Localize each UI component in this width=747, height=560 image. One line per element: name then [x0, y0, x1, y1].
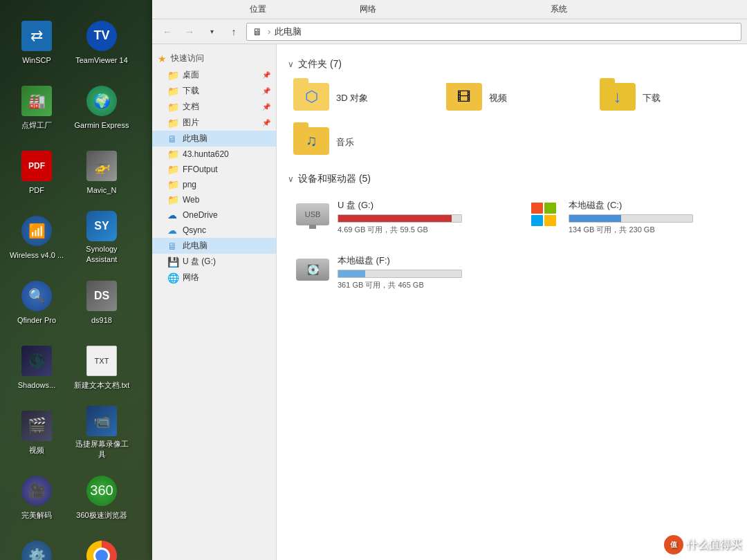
factory-label: 点焊工厂 — [21, 120, 52, 130]
garmin-icon-item[interactable]: 🌍 Garmin Express — [71, 76, 133, 138]
folder-item-3d[interactable]: ⬡ 3D 对象 — [288, 79, 430, 118]
col-header-system: 系统 — [545, 3, 737, 15]
sidebar-item-desktop[interactable]: 📁 桌面 📌 — [152, 67, 276, 83]
ds918-icon-item[interactable]: DS ds918 — [71, 271, 133, 333]
shadow-icon: 🌑 — [21, 346, 52, 376]
sidebar-item-png[interactable]: 📁 png — [152, 177, 276, 192]
folder-3d-icon: ⬡ — [293, 83, 329, 113]
up-button[interactable]: ↑ — [224, 22, 243, 41]
computer-icon: 🖥 — [252, 26, 264, 37]
qfinder-label: Qfinder Pro — [17, 315, 56, 325]
sidebar-item-hunta620[interactable]: 📁 43.hunta620 — [152, 147, 276, 162]
sidebar-item-onedrive[interactable]: ☁ OneDrive — [152, 207, 276, 223]
pin-icon: 📌 — [262, 103, 270, 111]
sidebar-item-thispc[interactable]: 🖥 此电脑 — [152, 131, 276, 147]
sidebar-item-thispc2[interactable]: 🖥 此电脑 — [152, 238, 276, 254]
drive-item-usb-g[interactable]: USB U 盘 (G:) 4.69 GB 可用，共 59.5 GB — [288, 194, 505, 241]
sidebar-item-usb[interactable]: 💾 U 盘 (G:) — [152, 254, 276, 270]
browser360-icon-item[interactable]: 360 360极速浏览器 — [71, 466, 133, 528]
qfinder-icon-item[interactable]: 🔍 Qfinder Pro — [6, 271, 68, 333]
shadow-icon-item[interactable]: 🌑 Shadows... — [6, 336, 68, 398]
folder-icon: 📁 — [167, 149, 178, 160]
sidebar-item-documents[interactable]: 📁 文档 📌 — [152, 99, 276, 115]
sidebar-web-label: Web — [183, 195, 199, 205]
quick-access-section: ★ 快速访问 📁 桌面 📌 📁 下载 📌 📁 — [152, 50, 276, 286]
sidebar-thispc-label: 此电脑 — [183, 133, 208, 144]
content-area: ∨ 文件夹 (7) ⬡ 3D 对象 — [277, 44, 747, 560]
decode-icon: 🎥 — [21, 476, 52, 506]
winscp-icon-item[interactable]: ⇄ WinSCP — [6, 11, 68, 73]
toolbar: ← → ▾ ↑ 🖥 › 此电脑 — [152, 19, 747, 44]
usb-g-stats: 4.69 GB 可用，共 59.5 GB — [338, 225, 498, 235]
qfinder-icon: 🔍 — [21, 281, 52, 311]
folder-icon: 📁 — [167, 102, 178, 113]
usb-g-info: U 盘 (G:) 4.69 GB 可用，共 59.5 GB — [338, 199, 498, 235]
sidebar-thispc2-label: 此电脑 — [183, 240, 208, 252]
factory-icon-item[interactable]: 🏭 点焊工厂 — [6, 76, 68, 138]
address-separator: › — [268, 26, 270, 37]
recorder-icon-item[interactable]: 📹 迅捷屏幕录像工具 — [71, 401, 133, 463]
folder-3d-label: 3D 对象 — [336, 92, 368, 104]
computer-icon-sm2: 🖥 — [167, 241, 178, 252]
garmin-icon: 🌍 — [86, 86, 117, 116]
drive-item-local-f[interactable]: 💽 本地磁盘 (F:) 361 GB 可用，共 465 GB — [288, 249, 505, 296]
icon-grid: ⇄ WinSCP TV TeamViewer 14 🏭 点焊工厂 🌍 — [0, 6, 156, 560]
decode-icon-item[interactable]: 🎥 完美解码 — [6, 466, 68, 528]
hdd-container: 💽 — [295, 254, 331, 285]
quick-access-header[interactable]: ★ 快速访问 — [152, 50, 276, 67]
winscp-icon: ⇄ — [21, 21, 52, 51]
address-bar[interactable]: 🖥 › 此电脑 — [246, 23, 741, 41]
watermark: 值 什么值得买 — [664, 535, 741, 554]
synology-icon: SY — [86, 211, 117, 241]
folder-item-music[interactable]: ♫ 音乐 — [288, 123, 430, 162]
sidebar-usb-label: U 盘 (G:) — [183, 256, 216, 268]
sidebar-item-ffoutput[interactable]: 📁 FFOutput — [152, 162, 276, 177]
local-c-name: 本地磁盘 (C:) — [569, 199, 729, 212]
hdd-icon: 💽 — [296, 259, 329, 281]
wireless-label: Wireless v4.0 ... — [10, 250, 64, 260]
sidebar-qsync-label: Qsync — [183, 225, 206, 235]
mavic-icon-item[interactable]: 🚁 Mavic_N — [71, 141, 133, 203]
sidebar-item-qsync[interactable]: ☁ Qsync — [152, 223, 276, 238]
browser360-icon: 360 — [86, 476, 117, 506]
sidebar-item-downloads[interactable]: 📁 下载 📌 — [152, 83, 276, 99]
folder-dl-icon: ↓ — [600, 83, 636, 113]
drive-item-local-c[interactable]: 本地磁盘 (C:) 134 GB 可用，共 230 GB — [519, 194, 736, 241]
win-tile-yellow — [544, 215, 556, 226]
folder-icon: 📁 — [167, 70, 178, 81]
chevron-icon[interactable]: ∨ — [288, 59, 294, 69]
ds918-icon: DS — [86, 281, 117, 311]
browser360-label: 360极速浏览器 — [76, 510, 127, 520]
decodesettings-icon-item[interactable]: ⚙️ 完美解码设置器 — [6, 531, 68, 560]
txtfile-icon: TXT — [86, 346, 117, 376]
ds918-label: ds918 — [91, 315, 112, 325]
pdf-icon-item[interactable]: PDF PDF — [6, 141, 68, 203]
wireless-icon-item[interactable]: 📶 Wireless v4.0 ... — [6, 206, 68, 268]
video-icon-item[interactable]: 🎬 视频 — [6, 401, 68, 463]
forward-button[interactable]: → — [180, 22, 199, 41]
sidebar-pictures-label: 图片 — [183, 117, 199, 129]
watermark-text: 什么值得买 — [686, 538, 741, 552]
newtext-icon-item[interactable]: TXT 新建文本文档.txt — [71, 336, 133, 398]
sidebar-item-network[interactable]: 🌐 网络 — [152, 270, 276, 286]
back-button[interactable]: ← — [158, 22, 177, 41]
usb-label-icon: USB — [305, 210, 321, 218]
cube-icon: ⬡ — [305, 88, 318, 106]
download-arrow-icon: ↓ — [614, 87, 622, 106]
pin-icon: 📌 — [262, 71, 270, 79]
chrome-icon-item[interactable]: Google Chrome — [71, 531, 133, 560]
teamviewer-icon-item[interactable]: TV TeamViewer 14 — [71, 11, 133, 73]
sidebar-item-pictures[interactable]: 📁 图片 📌 — [152, 115, 276, 131]
usb-drive-container: USB — [295, 199, 331, 230]
desktop-icons-area: ⇄ WinSCP TV TeamViewer 14 🏭 点焊工厂 🌍 — [0, 0, 156, 560]
folders-section-title: 文件夹 (7) — [298, 58, 342, 71]
garmin-label: Garmin Express — [75, 120, 129, 130]
folder-item-videos[interactable]: 🎞 视频 — [441, 79, 582, 118]
sidebar-item-web[interactable]: 📁 Web — [152, 192, 276, 207]
drives-chevron-icon[interactable]: ∨ — [288, 174, 294, 184]
pin-icon: 📌 — [262, 87, 270, 95]
synology-icon-item[interactable]: SY Synology Assistant — [71, 206, 133, 268]
dropdown-button[interactable]: ▾ — [202, 22, 221, 41]
music-note-icon: ♫ — [306, 132, 317, 150]
folder-item-downloads[interactable]: ↓ 下载 — [594, 79, 736, 118]
